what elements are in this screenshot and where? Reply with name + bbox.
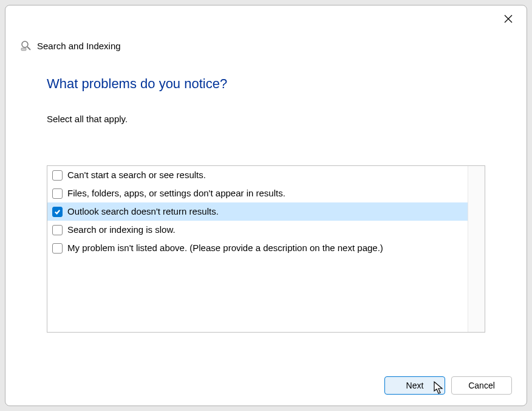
checkbox-icon bbox=[52, 225, 63, 235]
scrollbar[interactable] bbox=[468, 166, 485, 332]
svg-line-1 bbox=[27, 47, 30, 50]
option-label: Search or indexing is slow. bbox=[67, 223, 176, 237]
option-cant-start-search[interactable]: Can't start a search or see results. bbox=[47, 166, 468, 184]
dialog-content: What problems do you notice? Select all … bbox=[5, 52, 527, 367]
option-indexing-slow[interactable]: Search or indexing is slow. bbox=[47, 221, 468, 239]
dialog-footer: Next Cancel bbox=[5, 367, 527, 406]
option-outlook-search[interactable]: Outlook search doesn't return results. bbox=[47, 202, 468, 221]
problems-listbox: Can't start a search or see results. Fil… bbox=[47, 165, 485, 333]
close-button[interactable] bbox=[499, 12, 518, 29]
option-label: Can't start a search or see results. bbox=[67, 168, 206, 182]
troubleshooter-dialog: Search and Indexing What problems do you… bbox=[5, 5, 527, 406]
svg-point-0 bbox=[22, 41, 28, 47]
next-button[interactable]: Next bbox=[384, 376, 445, 395]
cancel-button[interactable]: Cancel bbox=[451, 376, 512, 395]
search-indexing-icon bbox=[20, 40, 32, 52]
svg-rect-2 bbox=[21, 48, 26, 50]
option-not-listed[interactable]: My problem isn't listed above. (Please p… bbox=[47, 239, 468, 257]
dialog-header: Search and Indexing bbox=[5, 5, 527, 52]
page-heading: What problems do you notice? bbox=[47, 76, 485, 92]
option-label: Outlook search doesn't return results. bbox=[67, 204, 219, 219]
checkbox-checked-icon bbox=[52, 207, 63, 217]
option-files-not-in-results[interactable]: Files, folders, apps, or settings don't … bbox=[47, 184, 468, 202]
dialog-title: Search and Indexing bbox=[37, 41, 121, 51]
checkbox-icon bbox=[52, 188, 63, 199]
option-label: Files, folders, apps, or settings don't … bbox=[67, 186, 285, 201]
checkbox-icon bbox=[52, 170, 63, 181]
checkbox-icon bbox=[52, 243, 63, 254]
option-label: My problem isn't listed above. (Please p… bbox=[67, 241, 383, 255]
page-subheading: Select all that apply. bbox=[47, 114, 485, 124]
problems-listbox-inner: Can't start a search or see results. Fil… bbox=[47, 166, 468, 332]
close-icon bbox=[504, 15, 513, 26]
